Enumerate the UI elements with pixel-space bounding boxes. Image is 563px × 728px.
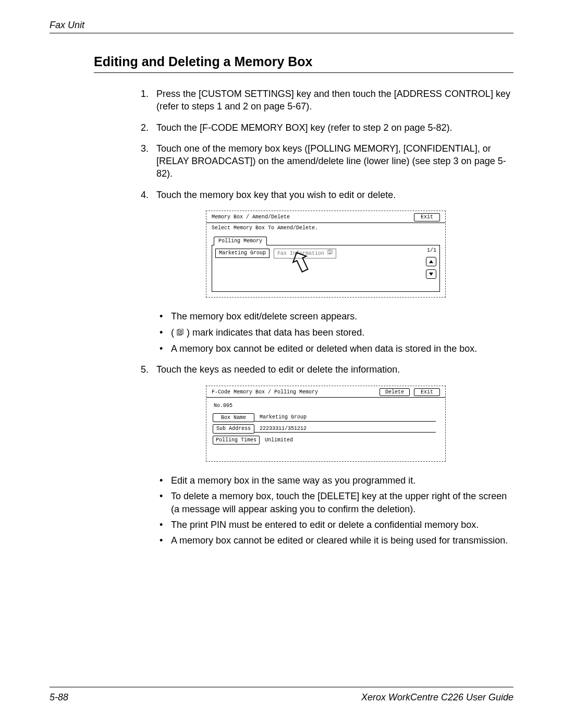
head-rule [50, 33, 513, 33]
panel2-box-number: No.005 [213, 401, 439, 411]
page-footer: 5-88 Xerox WorkCentre C226 User Guide [50, 692, 513, 703]
svg-marker-3 [429, 273, 433, 276]
page-number: 5-88 [50, 692, 68, 703]
step-1: Press the [CUSTOM SETTINGS] key and then… [141, 88, 511, 113]
panel-amend-delete: Memory Box / Amend/Delete Exit Select Me… [206, 211, 446, 298]
polling-memory-tab[interactable]: Polling Memory [214, 237, 267, 245]
bullet-a2: ( ) mark indicates that data has been st… [156, 326, 511, 339]
box-name-button[interactable]: Box Name [213, 413, 254, 423]
step-5: Touch the keys as needed to edit or dele… [141, 363, 511, 376]
section-title: Editing and Deleting a Memory Box [94, 54, 513, 69]
memory-box-key-1[interactable]: Marketing Group [215, 249, 270, 258]
bullet-a1: The memory box edit/delete screen appear… [156, 310, 511, 323]
page-up-button[interactable] [426, 257, 436, 266]
panel2-title: F-Code Memory Box / Polling Memory [212, 389, 318, 396]
field-sub-address: Sub Address 22233311/351212 [213, 424, 439, 434]
bullet-b1: Edit a memory box in the same way as you… [156, 474, 511, 487]
bullet-b3: The print PIN must be entered to edit or… [156, 519, 511, 531]
panel1-title: Memory Box / Amend/Delete [212, 214, 290, 221]
data-stored-icon [327, 250, 333, 257]
panel2-header: F-Code Memory Box / Polling Memory Delet… [206, 386, 445, 398]
box-name-value: Marketing Group [254, 414, 436, 422]
title-rule [94, 72, 513, 73]
bullet-b2: To delete a memory box, touch the [DELET… [156, 490, 511, 515]
bullet-a3: A memory box cannot be edited or deleted… [156, 342, 511, 355]
title-block: Editing and Deleting a Memory Box [94, 54, 513, 73]
running-head: Fax Unit [50, 20, 513, 31]
body-column: Press the [CUSTOM SETTINGS] key and then… [141, 88, 511, 547]
polling-times-value: Unlimited [260, 437, 436, 444]
page-down-button[interactable] [426, 269, 436, 279]
panel1-body: Marketing Group Fax Information 1/1 [212, 245, 440, 292]
sub-address-value: 22233311/351212 [254, 425, 436, 433]
panel1-pager-arrows [426, 257, 436, 279]
panel2-delete-button[interactable]: Delete [380, 388, 410, 397]
panel1-prompt: Select Memory Box To Amend/Delete. [206, 223, 445, 233]
data-stored-icon [177, 327, 184, 339]
svg-marker-2 [429, 260, 433, 263]
step-list: Press the [CUSTOM SETTINGS] key and then… [141, 88, 511, 201]
field-box-name: Box Name Marketing Group [213, 413, 439, 423]
pointer-arrow-icon [290, 251, 311, 273]
step-3: Touch one of the memory box keys ([POLLI… [141, 142, 511, 180]
field-polling-times: Polling Times Unlimited [213, 436, 439, 445]
document-page: Fax Unit Editing and Deleting a Memory B… [0, 0, 563, 728]
sub-address-button[interactable]: Sub Address [213, 424, 254, 434]
bullet-b4: A memory box cannot be edited or cleared… [156, 534, 511, 547]
step-4: Touch the memory box key that you wish t… [141, 189, 511, 201]
footer-rule [50, 687, 513, 687]
bullet-a2-pre: ( [171, 327, 177, 338]
step-2: Touch the [F-CODE MEMORY BOX] key (refer… [141, 121, 511, 134]
guide-title: Xerox WorkCentre C226 User Guide [361, 692, 513, 703]
bullet-a2-post: ) mark indicates that data has been stor… [187, 327, 364, 338]
step-list-cont: Touch the keys as needed to edit or dele… [141, 363, 511, 376]
panel1-pager: 1/1 [427, 247, 436, 254]
polling-times-button[interactable]: Polling Times [213, 436, 260, 445]
panel1-exit-button[interactable]: Exit [414, 213, 440, 221]
panel2-exit-button[interactable]: Exit [414, 388, 440, 397]
panel-fcode-polling: F-Code Memory Box / Polling Memory Delet… [206, 386, 446, 462]
panel1-header: Memory Box / Amend/Delete Exit [206, 211, 445, 223]
bullets-a: The memory box edit/delete screen appear… [156, 310, 511, 355]
bullets-b: Edit a memory box in the same way as you… [156, 474, 511, 547]
